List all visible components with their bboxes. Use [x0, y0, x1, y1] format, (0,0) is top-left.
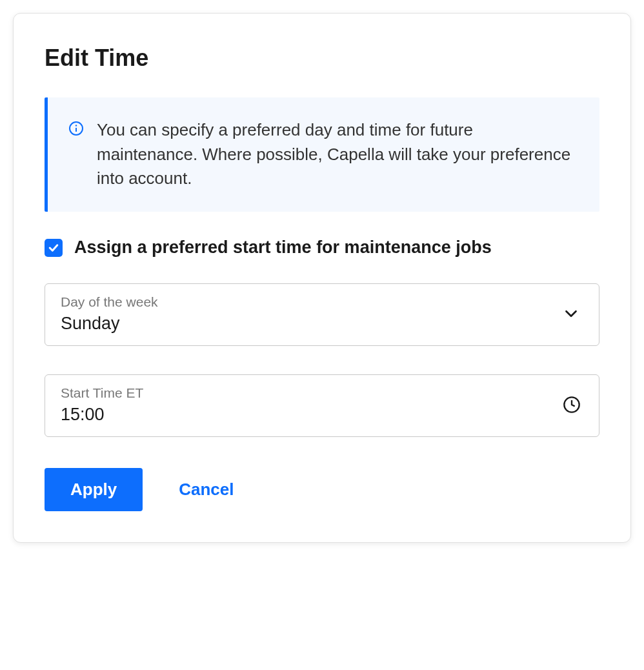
cancel-button[interactable]: Cancel — [179, 480, 234, 500]
edit-time-dialog: Edit Time You can specify a preferred da… — [13, 13, 631, 543]
info-icon — [68, 121, 84, 136]
chevron-down-icon — [561, 304, 581, 326]
start-time-label: Start Time ET — [61, 385, 583, 401]
svg-point-1 — [75, 125, 77, 126]
apply-button[interactable]: Apply — [45, 468, 143, 511]
day-of-week-value: Sunday — [61, 314, 583, 334]
info-text: You can specify a preferred day and time… — [97, 118, 574, 191]
assign-preferred-checkbox[interactable] — [45, 239, 63, 257]
start-time-value: 15:00 — [61, 405, 583, 425]
dialog-actions: Apply Cancel — [45, 468, 599, 511]
assign-preferred-label: Assign a preferred start time for mainte… — [74, 238, 492, 258]
start-time-input[interactable]: Start Time ET 15:00 — [45, 374, 599, 437]
dialog-title: Edit Time — [45, 45, 599, 72]
day-of-week-label: Day of the week — [61, 294, 583, 310]
info-banner: You can specify a preferred day and time… — [45, 97, 599, 212]
assign-preferred-checkbox-row: Assign a preferred start time for mainte… — [45, 238, 599, 258]
day-of-week-select[interactable]: Day of the week Sunday — [45, 283, 599, 346]
check-icon — [47, 241, 60, 254]
clock-icon — [563, 396, 581, 416]
